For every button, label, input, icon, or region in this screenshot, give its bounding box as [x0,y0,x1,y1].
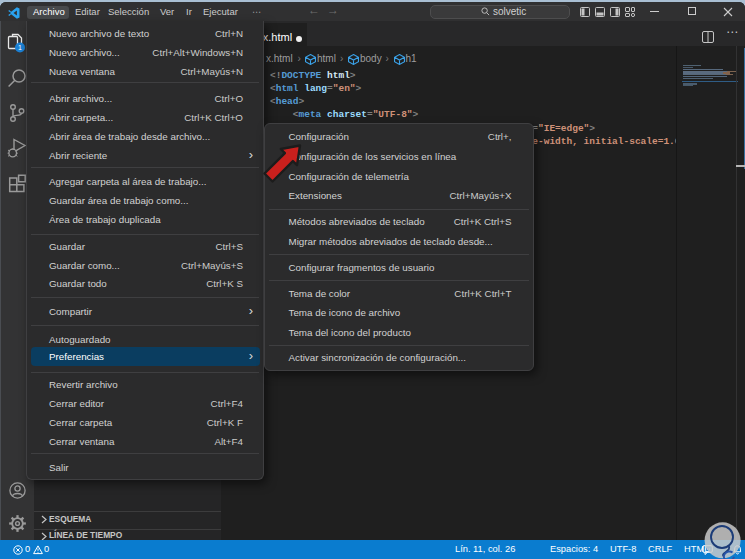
svg-text:1: 1 [18,44,22,51]
